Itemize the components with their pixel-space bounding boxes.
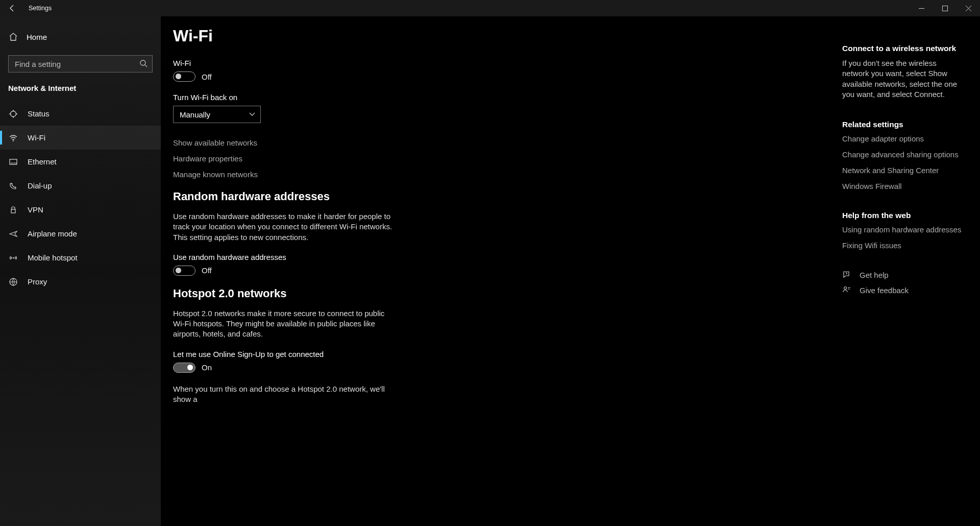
back-arrow-icon (8, 4, 16, 12)
link-show-networks[interactable]: Show available networks (173, 138, 832, 147)
sidebar-home-label: Home (27, 33, 47, 41)
sidebar: Home Network & Internet Status Wi-Fi Eth… (0, 16, 161, 526)
hotspot-toggle[interactable] (173, 363, 195, 373)
home-icon (8, 32, 18, 41)
turn-back-on-select[interactable]: Manually (173, 106, 261, 123)
sidebar-item-wifi[interactable]: Wi-Fi (0, 126, 161, 150)
turn-back-on-value: Manually (180, 110, 210, 119)
page-title: Wi-Fi (173, 27, 832, 45)
related-title: Related settings (842, 120, 968, 129)
link-help-random-hw[interactable]: Using random hardware addresses (842, 225, 968, 234)
svg-point-1 (140, 60, 145, 65)
turn-back-on-label: Turn Wi-Fi back on (173, 93, 832, 102)
sidebar-item-airplane[interactable]: Airplane mode (0, 222, 161, 246)
svg-point-8 (844, 287, 847, 290)
ethernet-icon (8, 157, 18, 166)
minimize-icon (919, 6, 924, 11)
minimize-button[interactable] (910, 0, 933, 16)
connect-title: Connect to a wireless network (842, 44, 968, 53)
sidebar-item-label: VPN (28, 205, 43, 214)
link-manage-known[interactable]: Manage known networks (173, 170, 832, 179)
sidebar-item-label: Proxy (28, 277, 47, 286)
give-feedback-row[interactable]: Give feedback (842, 285, 968, 295)
sidebar-item-hotspot[interactable]: Mobile hotspot (0, 246, 161, 270)
sidebar-item-label: Mobile hotspot (28, 253, 78, 262)
get-help-label: Get help (860, 271, 889, 279)
close-icon (966, 6, 971, 11)
sidebar-item-ethernet[interactable]: Ethernet (0, 150, 161, 174)
give-feedback-label: Give feedback (860, 286, 909, 295)
vpn-icon (8, 205, 18, 214)
sidebar-item-label: Dial-up (28, 181, 52, 190)
link-adapter-options[interactable]: Change adapter options (842, 134, 968, 143)
link-advanced-sharing[interactable]: Change advanced sharing options (842, 150, 968, 159)
link-hardware-properties[interactable]: Hardware properties (173, 154, 832, 163)
random-hw-toggle-state: Off (202, 266, 212, 275)
sidebar-section-title: Network & Internet (0, 82, 161, 102)
sidebar-item-status[interactable]: Status (0, 102, 161, 126)
connect-text: If you don't see the wireless network yo… (842, 58, 965, 100)
hotspot-desc: Hotspot 2.0 networks make it more secure… (173, 308, 398, 340)
sidebar-item-label: Status (28, 109, 50, 118)
link-network-sharing-center[interactable]: Network and Sharing Center (842, 166, 968, 175)
sidebar-item-proxy[interactable]: Proxy (0, 270, 161, 294)
link-windows-firewall[interactable]: Windows Firewall (842, 182, 968, 190)
sidebar-item-label: Wi-Fi (28, 133, 45, 142)
sidebar-search-wrap (8, 55, 153, 73)
titlebar: Settings (0, 0, 980, 16)
hotspot-icon (8, 253, 18, 262)
window-title: Settings (24, 5, 52, 12)
back-button[interactable] (0, 0, 24, 16)
random-hw-desc: Use random hardware addresses to make it… (173, 211, 398, 243)
close-button[interactable] (957, 0, 980, 16)
search-input[interactable] (8, 55, 153, 73)
dialup-icon (8, 181, 18, 190)
wifi-toggle-label: Wi-Fi (173, 59, 832, 67)
random-hw-toggle[interactable] (173, 266, 195, 276)
maximize-button[interactable] (933, 0, 957, 16)
chevron-down-icon (249, 112, 255, 116)
sidebar-item-label: Airplane mode (28, 229, 77, 238)
maximize-icon (942, 6, 948, 11)
wifi-toggle[interactable] (173, 71, 195, 82)
search-icon (139, 59, 148, 67)
wifi-icon (8, 133, 18, 142)
feedback-icon (842, 285, 851, 295)
random-hw-heading: Random hardware addresses (173, 190, 832, 203)
proxy-icon (8, 277, 18, 286)
airplane-icon (8, 229, 18, 238)
svg-rect-5 (11, 209, 15, 213)
help-icon (842, 270, 851, 279)
right-panel: Connect to a wireless network If you don… (842, 44, 980, 301)
sidebar-item-label: Ethernet (28, 157, 57, 166)
sidebar-item-dialup[interactable]: Dial-up (0, 174, 161, 198)
random-hw-toggle-label: Use random hardware addresses (173, 253, 832, 261)
main-panel: Wi-Fi Wi-Fi Off Turn Wi-Fi back on Manua… (161, 16, 832, 526)
status-icon (8, 109, 18, 118)
sidebar-item-vpn[interactable]: VPN (0, 198, 161, 222)
hotspot-heading: Hotspot 2.0 networks (173, 287, 832, 300)
hotspot-toggle-state: On (202, 363, 212, 372)
svg-point-6 (13, 257, 14, 258)
get-help-row[interactable]: Get help (842, 270, 968, 279)
hotspot-toggle-label: Let me use Online Sign-Up to get connect… (173, 350, 832, 358)
svg-rect-0 (942, 6, 947, 11)
svg-point-3 (13, 140, 14, 141)
wifi-toggle-state: Off (202, 73, 212, 81)
sidebar-home[interactable]: Home (0, 26, 161, 48)
hotspot-more-text: When you turn this on and choose a Hotsp… (173, 384, 398, 405)
help-title: Help from the web (842, 211, 968, 220)
link-help-fixing-wifi[interactable]: Fixing Wifi issues (842, 241, 968, 250)
svg-point-2 (11, 111, 16, 116)
